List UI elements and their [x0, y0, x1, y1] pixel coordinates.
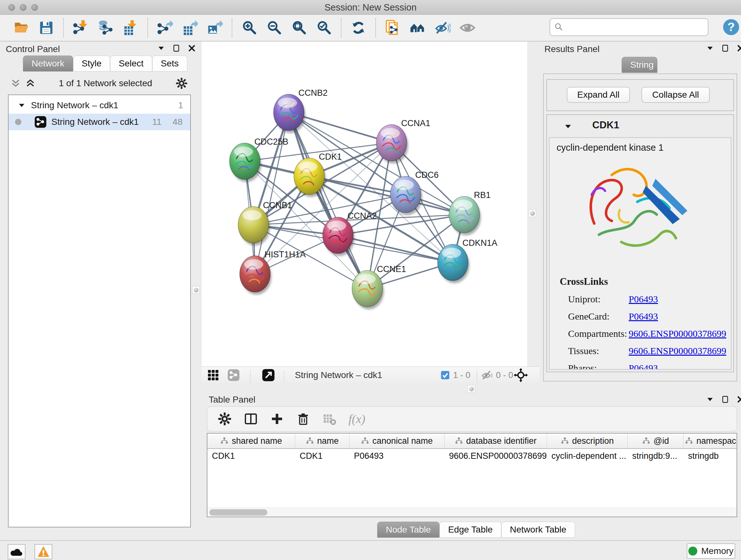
table-cell[interactable]: cyclin-dependent ...: [547, 449, 628, 463]
network-node-CCNB2[interactable]: CCNB2: [273, 88, 328, 133]
close-window-button[interactable]: [8, 4, 15, 11]
network-node-CCNE1[interactable]: CCNE1: [352, 264, 406, 309]
table-cell[interactable]: CDK1: [207, 449, 295, 463]
zoom-fit-button[interactable]: [290, 18, 308, 37]
search-input[interactable]: [566, 22, 708, 32]
crosslink-value-link[interactable]: 9606.ENSP00000378699: [629, 346, 726, 356]
network-edge-CCNA2-CDKN1A[interactable]: [338, 235, 453, 262]
table-cell[interactable]: CDK1: [295, 449, 349, 463]
table-cell[interactable]: stringdb: [684, 449, 737, 463]
zoom-out-button[interactable]: [265, 18, 283, 37]
float-panel-icon[interactable]: [721, 44, 730, 54]
export-table-button[interactable]: [181, 18, 199, 37]
export-image-button[interactable]: [205, 18, 224, 37]
panel-menu-icon[interactable]: [706, 44, 714, 54]
birds-eye-view-icon[interactable]: [207, 369, 219, 381]
import-table-from-file-button[interactable]: [121, 18, 140, 37]
warnings-button[interactable]: [35, 544, 52, 559]
import-network-from-file-button[interactable]: [71, 18, 90, 37]
expand-all-networks-icon[interactable]: [25, 78, 36, 88]
network-options-gear-icon[interactable]: [176, 77, 188, 89]
zoom-window-button[interactable]: [31, 4, 38, 11]
hide-panels-button[interactable]: [433, 18, 452, 37]
results-panel-title: Results Panel: [544, 44, 600, 54]
panel-menu-icon[interactable]: [157, 44, 165, 54]
table-cell[interactable]: 9606.ENSP00000378699: [445, 449, 547, 463]
close-panel-icon[interactable]: [188, 44, 196, 54]
network-node-CDC6[interactable]: CDC6: [390, 170, 439, 215]
crosslink-value-link[interactable]: 9606.ENSP00000378699: [629, 328, 726, 339]
import-network-from-database-button[interactable]: [96, 18, 115, 37]
network-canvas[interactable]: CCNB2 CCNA1 CDC25B CDK1 CDC6 RB1 CCNB1: [202, 42, 527, 367]
column-header-description[interactable]: description: [547, 434, 628, 448]
network-node-CDC25B[interactable]: CDC25B: [229, 137, 288, 182]
network-edge-CCNB2-CCNE1[interactable]: [289, 112, 367, 289]
table-row[interactable]: CDK1CDK1P064939606.ENSP00000378699cyclin…: [207, 449, 737, 463]
collapse-all-networks-icon[interactable]: [10, 78, 21, 88]
crosslink-value-link[interactable]: P06493: [629, 311, 658, 322]
network-node-CDK1[interactable]: CDK1: [294, 152, 342, 197]
scrollbar-thumb[interactable]: [209, 509, 267, 516]
column-header-name[interactable]: name: [295, 434, 349, 448]
export-network-button[interactable]: [156, 18, 174, 37]
home-button[interactable]: [408, 18, 427, 37]
tab-string[interactable]: String: [622, 57, 657, 73]
memory-button[interactable]: Memory: [687, 543, 735, 559]
horizontal-scrollbar[interactable]: [207, 508, 737, 516]
column-header-canonical-name[interactable]: canonical name: [349, 434, 445, 448]
search-box[interactable]: [549, 18, 709, 36]
cloud-status-button[interactable]: [8, 544, 25, 559]
network-overview-icon[interactable]: [227, 369, 240, 381]
gear-icon[interactable]: [218, 412, 232, 426]
network-node-HIST1H1A[interactable]: HIST1H1A: [240, 250, 306, 295]
collapse-all-button[interactable]: Collapse All: [642, 87, 710, 103]
float-panel-icon[interactable]: [721, 395, 730, 405]
network-node-CDKN1A[interactable]: CDKN1A: [437, 238, 497, 283]
save-session-button[interactable]: [37, 18, 56, 37]
selected-items-checkbox[interactable]: [441, 370, 450, 380]
close-panel-icon[interactable]: [737, 395, 741, 405]
column-header-id[interactable]: @id: [628, 434, 684, 448]
minimize-window-button[interactable]: [20, 4, 26, 11]
hidden-items-icon[interactable]: [481, 369, 493, 381]
column-header-shared-name[interactable]: shared name: [207, 434, 295, 448]
table-cell[interactable]: P06493: [349, 449, 445, 463]
column-header-database-identifier[interactable]: database identifier: [445, 434, 547, 448]
section-expander-icon[interactable]: [563, 122, 572, 131]
expand-all-button[interactable]: Expand All: [567, 87, 630, 103]
float-panel-icon[interactable]: [172, 44, 181, 54]
network-row[interactable]: String Network – cdk1 11 48: [9, 114, 190, 130]
crosslink-value-link[interactable]: P06493: [629, 363, 658, 370]
crosslink-value-link[interactable]: P06493: [629, 294, 658, 305]
open-in-browser-icon[interactable]: [262, 368, 275, 382]
network-node-CCNA1[interactable]: CCNA1: [376, 118, 430, 164]
tab-node-table[interactable]: Node Table: [377, 522, 440, 538]
table-cell[interactable]: stringdb:9...: [628, 449, 684, 463]
zoom-in-button[interactable]: [240, 18, 259, 37]
refresh-network-button[interactable]: [349, 18, 367, 37]
tab-style[interactable]: Style: [73, 56, 110, 71]
close-panel-icon[interactable]: [737, 44, 741, 54]
network-collection-row[interactable]: String Network – cdk1 1: [9, 97, 190, 114]
tab-network-table[interactable]: Network Table: [501, 522, 575, 538]
columns-icon[interactable]: [244, 412, 258, 426]
show-panels-button[interactable]: [458, 18, 477, 37]
tab-select[interactable]: Select: [110, 56, 152, 71]
fit-content-crosshair-icon[interactable]: [514, 368, 528, 382]
trash-icon[interactable]: [296, 412, 310, 426]
open-session-button[interactable]: [12, 18, 30, 37]
left-splitter-handle[interactable]: [192, 286, 200, 294]
plus-icon[interactable]: [270, 412, 284, 426]
network-node-RB1[interactable]: RB1: [449, 190, 491, 235]
tree-expander-icon[interactable]: [17, 101, 26, 110]
help-button[interactable]: ?: [722, 18, 740, 37]
tab-sets[interactable]: Sets: [152, 56, 187, 71]
horizontal-splitter-handle[interactable]: [468, 385, 475, 393]
tab-network[interactable]: Network: [23, 56, 73, 71]
panel-menu-icon[interactable]: [706, 395, 714, 405]
clone-network-button[interactable]: [384, 18, 402, 37]
zoom-selected-button[interactable]: [315, 18, 333, 37]
tab-edge-table[interactable]: Edge Table: [440, 522, 501, 538]
column-header-namespac[interactable]: namespac: [684, 434, 737, 448]
right-splitter-handle[interactable]: [529, 209, 536, 217]
